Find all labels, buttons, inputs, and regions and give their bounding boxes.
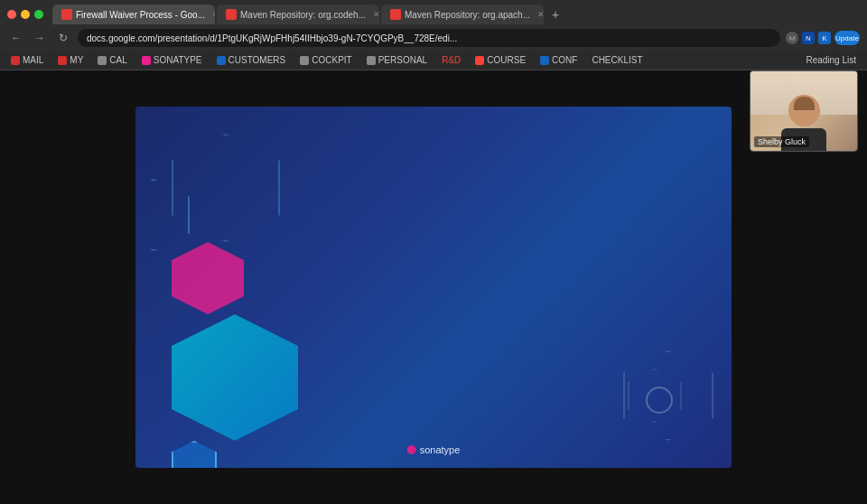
bookmark-sonatype-icon <box>142 56 151 65</box>
browser-chrome: Firewall Waiver Process - Goo... ✕ Maven… <box>0 0 867 70</box>
tab-close-btn[interactable]: ✕ <box>212 10 215 19</box>
bookmark-mail[interactable]: MAIL <box>7 53 47 67</box>
person-head <box>788 95 820 126</box>
bookmark-conf[interactable]: CONF <box>536 53 581 67</box>
address-input[interactable] <box>78 29 780 47</box>
bookmark-course[interactable]: COURSE <box>471 53 529 67</box>
traffic-lights <box>7 10 43 19</box>
tab-2-close-btn[interactable]: ✕ <box>373 10 379 19</box>
sonatype-logo-dot <box>407 445 416 454</box>
bookmark-cockpit-icon <box>300 56 309 65</box>
sonatype-logo-text: sonatype <box>420 444 461 455</box>
close-traffic-light[interactable] <box>7 10 16 19</box>
tab-favicon <box>61 9 72 20</box>
tab-active[interactable]: Firewall Waiver Process - Goo... ✕ <box>52 5 215 24</box>
bookmark-cockpit[interactable]: COCKPIT <box>296 53 355 67</box>
browser-extension-1[interactable]: M <box>786 32 798 44</box>
tab-2-label: Maven Repository: org.codeh... <box>240 10 366 20</box>
webcam-overlay: Shelby Gluck <box>750 70 858 152</box>
tab-2[interactable]: Maven Repository: org.codeh... ✕ <box>217 5 379 24</box>
forward-button[interactable]: → <box>31 29 49 47</box>
bookmark-course-icon <box>475 56 484 65</box>
bookmark-sonatype[interactable]: SONATYPE <box>138 53 206 67</box>
minimize-traffic-light[interactable] <box>21 10 30 19</box>
bookmark-customers[interactable]: CUSTOMERS <box>213 53 290 67</box>
bookmark-personal-icon <box>367 56 376 65</box>
tab-3-favicon <box>390 9 401 20</box>
tab-3[interactable]: Maven Repository: org.apach... ✕ <box>381 5 544 24</box>
browser-extension-3[interactable]: K <box>818 32 831 44</box>
main-content: Basic guidelines for when to: Deny a req… <box>0 70 867 504</box>
bookmark-personal[interactable]: PERSONAL <box>363 53 431 67</box>
sonatype-logo: sonatype <box>407 444 461 455</box>
bookmark-rnd[interactable]: R&D <box>438 53 464 67</box>
maximize-traffic-light[interactable] <box>34 10 43 19</box>
bookmarks-bar: MAIL MY CAL SONATYPE CUSTOMERS COCKPIT P… <box>0 51 867 70</box>
person-hair <box>794 97 815 110</box>
bookmark-cal[interactable]: CAL <box>94 53 130 67</box>
new-tab-button[interactable]: + <box>545 5 565 24</box>
bookmark-cal-icon <box>98 56 107 65</box>
bookmark-customers-icon <box>217 56 226 65</box>
tab-label: Firewall Waiver Process - Goo... <box>76 10 205 20</box>
address-bar-row: ← → ↻ M N K Update <box>0 25 867 51</box>
update-button[interactable]: Update <box>834 31 860 45</box>
bookmark-reading-list[interactable]: Reading List <box>802 53 860 67</box>
refresh-button[interactable]: ↻ <box>54 29 72 47</box>
bookmark-mail-icon <box>11 56 20 65</box>
hex-decoration-small-bl <box>172 441 217 468</box>
hex-decoration-bl <box>172 314 298 441</box>
hex-decoration-pink <box>172 242 244 314</box>
webcam-background: Shelby Gluck <box>750 71 857 151</box>
tab-3-close-btn[interactable]: ✕ <box>537 10 544 19</box>
hex-circle-br <box>646 387 673 414</box>
bookmark-checklist[interactable]: CHECKLIST <box>588 53 646 67</box>
tab-3-label: Maven Repository: org.apach... <box>405 10 530 20</box>
bookmark-my[interactable]: MY <box>54 53 87 67</box>
webcam-name-label: Shelby Gluck <box>754 136 809 147</box>
bookmark-my-icon <box>58 56 67 65</box>
tab-2-favicon <box>226 9 237 20</box>
browser-extension-2[interactable]: N <box>802 32 815 44</box>
presentation-slide: Basic guidelines for when to: Deny a req… <box>135 107 732 468</box>
tab-bar: Firewall Waiver Process - Goo... ✕ Maven… <box>0 0 867 25</box>
bookmark-conf-icon <box>540 56 549 65</box>
back-button[interactable]: ← <box>7 29 25 47</box>
